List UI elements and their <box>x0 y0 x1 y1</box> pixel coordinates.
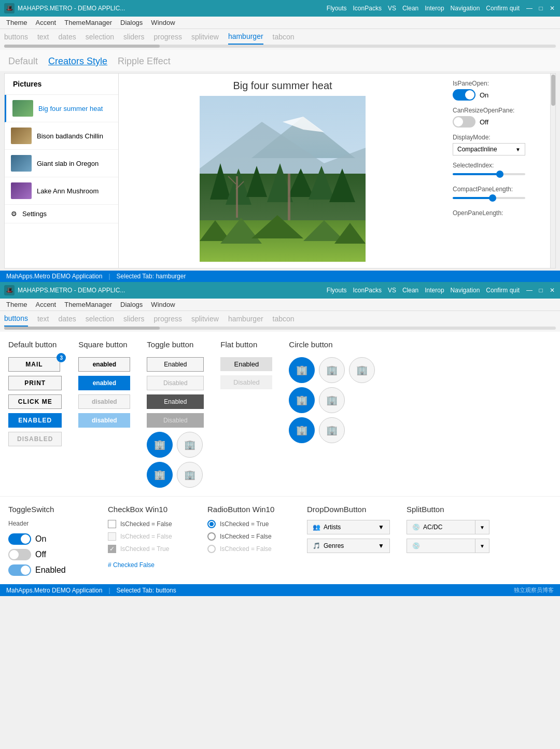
circle-btn-2[interactable]: 🏢 <box>319 357 345 383</box>
menu-dialogs-2[interactable]: Dialogs <box>120 301 143 308</box>
tab-text-1[interactable]: text <box>37 33 49 44</box>
nav-navigation-2[interactable]: Navigation <box>451 287 480 294</box>
tab-progress-2[interactable]: progress <box>154 315 182 326</box>
nav-confirmquit-1[interactable]: Confirm quit <box>486 5 520 12</box>
nav-interop-1[interactable]: Interop <box>425 5 444 12</box>
menu-window-1[interactable]: Window <box>151 19 175 26</box>
tab-text-2[interactable]: text <box>37 315 49 326</box>
slider-thumb-2[interactable] <box>489 194 496 202</box>
radio-2[interactable] <box>207 532 216 541</box>
toggle-enabled-dark[interactable]: Enabled <box>147 394 204 409</box>
dropdown-genres[interactable]: 🎵 Genres ▼ <box>307 539 390 553</box>
compact-pane-slider[interactable] <box>453 197 525 199</box>
flat-enabled[interactable]: Enabled <box>220 357 272 371</box>
window2: 🎩 MAHAPPS.METRO - DEMO APPLIC... Flyouts… <box>0 282 560 596</box>
tab-sliders-2[interactable]: sliders <box>123 315 144 326</box>
split-arrow-acdc[interactable]: ▼ <box>475 520 489 534</box>
tab-buttons-1[interactable]: buttons <box>4 33 28 44</box>
tab-scroll-1 <box>0 45 560 50</box>
close-btn-2[interactable]: ✕ <box>549 287 556 294</box>
toggle-off-container: Off <box>8 549 91 560</box>
toggle-icon-btn-3[interactable]: 🏢 <box>147 462 173 488</box>
nav-iconpacks-2[interactable]: IconPacks <box>353 287 382 294</box>
slider-thumb-1[interactable] <box>496 171 503 178</box>
style-default-1[interactable]: Default <box>8 56 38 67</box>
toggle-enabled-switch[interactable] <box>8 564 31 576</box>
nav-clean-2[interactable]: Clean <box>402 287 418 294</box>
menu-dialogs-1[interactable]: Dialogs <box>120 19 143 26</box>
tab-selection-1[interactable]: selection <box>86 33 114 44</box>
close-btn-1[interactable]: ✕ <box>549 5 556 12</box>
selected-index-slider[interactable] <box>453 173 525 175</box>
nav-clean-1[interactable]: Clean <box>402 5 418 12</box>
scroll-bar-thumb-2[interactable] <box>4 327 160 330</box>
style-creators-1[interactable]: Creators Style <box>48 56 107 67</box>
menu-theme-1[interactable]: Theme <box>6 19 27 26</box>
maximize-btn-1[interactable]: □ <box>537 5 544 12</box>
split-main-acdc[interactable]: 💿 AC/DC <box>407 520 475 534</box>
tab-selection-2[interactable]: selection <box>86 315 114 326</box>
enabled-button[interactable]: ENABLED <box>8 413 62 428</box>
tab-progress-1[interactable]: progress <box>154 33 182 44</box>
nav-interop-2[interactable]: Interop <box>425 287 444 294</box>
nav-vs-1[interactable]: VS <box>388 5 396 12</box>
toggle-on-switch[interactable] <box>8 533 31 545</box>
circle-btn-4[interactable]: 🏢 <box>289 387 315 413</box>
click-me-button[interactable]: CLICK ME <box>8 394 62 409</box>
minimize-btn-2[interactable]: — <box>526 287 533 294</box>
tab-sliders-1[interactable]: sliders <box>123 33 144 44</box>
scrollbar-1[interactable] <box>550 74 555 268</box>
tab-strip-1: buttons text dates selection sliders pro… <box>0 29 560 45</box>
tab-hamburger-2[interactable]: hamburger <box>228 315 263 326</box>
nav-iconpacks-1[interactable]: IconPacks <box>353 5 382 12</box>
display-mode-label: DisplayMode: <box>453 134 544 141</box>
radio-1[interactable] <box>207 520 216 528</box>
display-mode-dropdown[interactable]: CompactInline ▼ <box>453 143 525 156</box>
tab-hamburger-1[interactable]: hamburger <box>228 32 263 45</box>
tab-splitview-2[interactable]: splitview <box>191 315 219 326</box>
pane-settings[interactable]: ⚙ Settings <box>5 205 118 223</box>
minimize-btn-1[interactable]: — <box>526 5 533 12</box>
nav-confirmquit-2[interactable]: Confirm quit <box>486 287 520 294</box>
scrollbar-thumb-1[interactable] <box>551 75 555 106</box>
menu-theme-2[interactable]: Theme <box>6 301 27 308</box>
toggle-icon-btn-1[interactable]: 🏢 <box>147 432 173 458</box>
menu-window-2[interactable]: Window <box>151 301 175 308</box>
pane-label-4: Lake Ann Mushroom <box>37 187 99 195</box>
dropdown-artists[interactable]: 👥 Artists ▼ <box>307 520 390 534</box>
mail-button[interactable]: MAIL <box>8 357 60 372</box>
nav-vs-2[interactable]: VS <box>388 287 396 294</box>
checkbox-1[interactable] <box>108 520 116 528</box>
nav-navigation-1[interactable]: Navigation <box>451 5 480 12</box>
tab-buttons-2[interactable]: buttons <box>4 314 28 327</box>
menu-thememanager-1[interactable]: ThemeManager <box>64 19 112 26</box>
menu-accent-2[interactable]: Accent <box>35 301 56 308</box>
tab-tabcon-2[interactable]: tabcon <box>273 315 295 326</box>
circle-btn-6[interactable]: 🏢 <box>289 417 315 443</box>
nav-flyouts-2[interactable]: Flyouts <box>327 287 347 294</box>
scroll-bar-thumb-1[interactable] <box>4 45 160 48</box>
square-enabled-accent[interactable]: enabled <box>78 376 130 390</box>
pane-item-4[interactable]: Lake Ann Mushroom <box>5 177 118 205</box>
toggle-enabled-1[interactable]: Enabled <box>147 357 204 372</box>
split-main-2[interactable]: 💿 <box>407 539 475 553</box>
pane-item-1[interactable]: Big four summer heat <box>5 95 118 122</box>
pane-item-3[interactable]: Giant slab in Oregon <box>5 150 118 177</box>
tab-splitview-1[interactable]: splitview <box>191 33 219 44</box>
square-enabled-1[interactable]: enabled <box>78 357 130 372</box>
split-arrow-2[interactable]: ▼ <box>475 539 489 553</box>
style-ripple-1[interactable]: Ripple Effect <box>118 56 171 67</box>
can-resize-toggle[interactable] <box>453 116 475 128</box>
tab-tabcon-1[interactable]: tabcon <box>273 33 295 44</box>
pane-item-2[interactable]: Bison badlands Chillin <box>5 122 118 150</box>
tab-dates-2[interactable]: dates <box>59 315 76 326</box>
menu-thememanager-2[interactable]: ThemeManager <box>64 301 112 308</box>
print-button[interactable]: PRINT <box>8 376 62 390</box>
nav-flyouts-1[interactable]: Flyouts <box>327 5 347 12</box>
toggle-off-switch[interactable] <box>8 549 31 560</box>
maximize-btn-2[interactable]: □ <box>537 287 544 294</box>
tab-dates-1[interactable]: dates <box>59 33 76 44</box>
circle-btn-1[interactable]: 🏢 <box>289 357 315 383</box>
menu-accent-1[interactable]: Accent <box>35 19 56 26</box>
is-pane-open-toggle[interactable] <box>453 89 475 101</box>
